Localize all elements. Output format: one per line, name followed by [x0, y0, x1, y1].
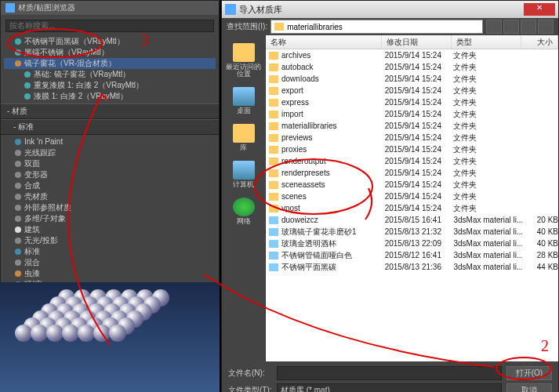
std-material-item[interactable]: 虫漆	[4, 268, 216, 279]
file-row[interactable]: scenes2015/9/14 15:24文件夹	[266, 191, 558, 202]
open-button[interactable]: 打开(O)	[506, 366, 552, 380]
folder-icon	[269, 99, 278, 107]
filename-input[interactable]	[277, 366, 502, 380]
std-material-item[interactable]: 混合	[4, 257, 216, 268]
col-type[interactable]: 类型	[452, 35, 521, 49]
path-label: 查找范围(I):	[227, 21, 267, 32]
file-row[interactable]: duoweizcz2015/8/15 16:413dsMax material …	[266, 214, 558, 226]
std-material-item[interactable]: 外部参照材质	[4, 202, 216, 213]
material-dot-icon	[15, 238, 21, 244]
file-row[interactable]: export2015/9/14 15:24文件夹	[266, 85, 558, 96]
material-dot-icon	[24, 82, 31, 89]
file-list[interactable]: 名称 修改日期 类型 大小 archives2015/9/14 15:24文件夹…	[266, 35, 558, 361]
app-icon	[5, 3, 15, 13]
place-item[interactable]: 计算机	[222, 156, 265, 193]
file-row[interactable]: vpost2015/9/14 15:24文件夹	[266, 202, 558, 214]
cancel-open-button[interactable]: 取消	[506, 383, 552, 392]
col-size[interactable]: 大小	[521, 35, 558, 49]
material-dot-icon	[15, 161, 21, 167]
tree-item[interactable]: 重复漆膜 1: 白漆 2（VRayMtl）	[4, 80, 216, 91]
file-row[interactable]: autoback2015/9/14 15:24文件夹	[266, 61, 558, 73]
filetype-label: 文件类型(T):	[228, 385, 272, 392]
material-dot-icon	[15, 60, 21, 67]
material-dot-icon	[15, 260, 21, 266]
path-row: 查找范围(I): materiallibraries	[222, 18, 558, 35]
file-row[interactable]: 玻璃镜子窗花非磨砂12015/8/13 21:323dsMax material…	[266, 226, 558, 238]
std-material-item[interactable]: 建筑	[4, 224, 216, 235]
search-input[interactable]	[5, 20, 214, 32]
section-standard[interactable]: - 标准	[1, 119, 219, 135]
material-tree: 不锈钢平面黑碳（VRayMtl）黑镭不锈钢（VRayMtl）镜子窗花（VR-混合…	[1, 34, 219, 103]
file-row[interactable]: renderoutput2015/9/14 15:24文件夹	[266, 155, 558, 167]
file-row[interactable]: 玻璃金透明酒杯2015/8/13 22:093dsMax material li…	[266, 238, 558, 249]
col-date[interactable]: 修改日期	[382, 35, 452, 49]
col-name[interactable]: 名称	[266, 35, 382, 49]
place-icon	[233, 124, 255, 143]
file-row[interactable]: renderpresets2015/9/14 15:24文件夹	[266, 167, 558, 179]
section-materials[interactable]: - 材质	[1, 103, 219, 119]
nav-view-button[interactable]	[538, 20, 554, 34]
dialog-icon	[225, 4, 236, 15]
material-dot-icon	[15, 139, 21, 145]
place-icon	[233, 161, 255, 180]
file-row[interactable]: proxies2015/9/14 15:24文件夹	[266, 143, 558, 155]
tree-item[interactable]: 不锈钢平面黑碳（VRayMtl）	[4, 36, 216, 47]
file-row[interactable]: import2015/9/14 15:24文件夹	[266, 108, 558, 120]
place-icon	[233, 87, 255, 106]
file-row[interactable]: previews2015/9/14 15:24文件夹	[266, 132, 558, 143]
close-button[interactable]: ✕	[524, 3, 555, 16]
tree-item[interactable]: 基础: 镜子窗花（VRayMtl）	[4, 69, 216, 80]
std-material-item[interactable]: 无光/投影	[4, 235, 216, 246]
folder-icon	[269, 52, 278, 60]
file-row[interactable]: express2015/9/14 15:24文件夹	[266, 96, 558, 108]
nav-new-folder-button[interactable]	[521, 20, 536, 34]
std-material-item[interactable]: 标准	[4, 246, 216, 257]
folder-icon	[269, 169, 278, 177]
list-header: 名称 修改日期 类型 大小	[266, 35, 558, 49]
place-item[interactable]: 最近访问的位置	[222, 38, 265, 82]
tree-item[interactable]: 镜子窗花（VR-混合材质）	[4, 58, 216, 69]
folder-icon	[269, 193, 278, 201]
nav-up-button[interactable]	[503, 20, 519, 34]
folder-icon	[269, 181, 278, 189]
folder-icon	[269, 111, 278, 118]
file-row[interactable]: sceneassets2015/9/14 15:24文件夹	[266, 179, 558, 191]
viewport-preview[interactable]	[0, 282, 220, 392]
filetype-combo[interactable]	[277, 383, 502, 392]
file-row[interactable]: materiallibraries2015/9/14 15:24文件夹	[266, 120, 558, 132]
folder-icon	[269, 64, 278, 71]
material-dot-icon	[15, 216, 21, 222]
filename-label: 文件名(N):	[228, 368, 272, 379]
place-item[interactable]: 库	[222, 119, 265, 156]
std-material-item[interactable]: 壳材质	[4, 191, 216, 202]
folder-icon	[269, 87, 278, 95]
material-dot-icon	[15, 227, 21, 233]
folder-icon	[269, 158, 278, 165]
std-material-item[interactable]: 合成	[4, 180, 216, 191]
nav-back-button[interactable]	[486, 20, 502, 34]
material-file-icon	[269, 228, 278, 236]
material-dot-icon	[15, 183, 21, 189]
material-dot-icon	[15, 38, 21, 45]
folder-icon	[269, 205, 278, 212]
std-material-item[interactable]: 双面	[4, 158, 216, 169]
std-material-item[interactable]: 变形器	[4, 169, 216, 180]
place-item[interactable]: 网络	[222, 193, 265, 230]
path-combo[interactable]: materiallibraries	[270, 20, 483, 34]
dialog-title-bar: 导入材质库 ✕	[222, 1, 558, 18]
file-row[interactable]: archives2015/9/14 15:24文件夹	[266, 49, 558, 61]
file-row[interactable]: 不锈钢管镜面哑白色2015/8/12 16:413dsMax material …	[266, 249, 558, 261]
std-material-item[interactable]: Ink 'n Paint	[4, 136, 216, 147]
left-title: 材质/贴图浏览器	[18, 2, 75, 13]
std-material-item[interactable]: 光线跟踪	[4, 147, 216, 158]
file-row[interactable]: 不锈钢平面黑碳2015/8/13 21:363dsMax material li…	[266, 261, 558, 273]
material-dot-icon	[15, 270, 21, 277]
left-title-bar: 材质/贴图浏览器	[1, 1, 219, 15]
material-dot-icon	[15, 172, 21, 178]
place-icon	[233, 198, 255, 216]
place-item[interactable]: 桌面	[222, 82, 265, 119]
tree-item[interactable]: 漆膜 1: 白漆 2（VRayMtl）	[4, 91, 216, 102]
std-material-item[interactable]: 多维/子对象	[4, 213, 216, 224]
file-row[interactable]: downloads2015/9/14 15:24文件夹	[266, 73, 558, 85]
tree-item[interactable]: 黑镭不锈钢（VRayMtl）	[4, 47, 216, 58]
